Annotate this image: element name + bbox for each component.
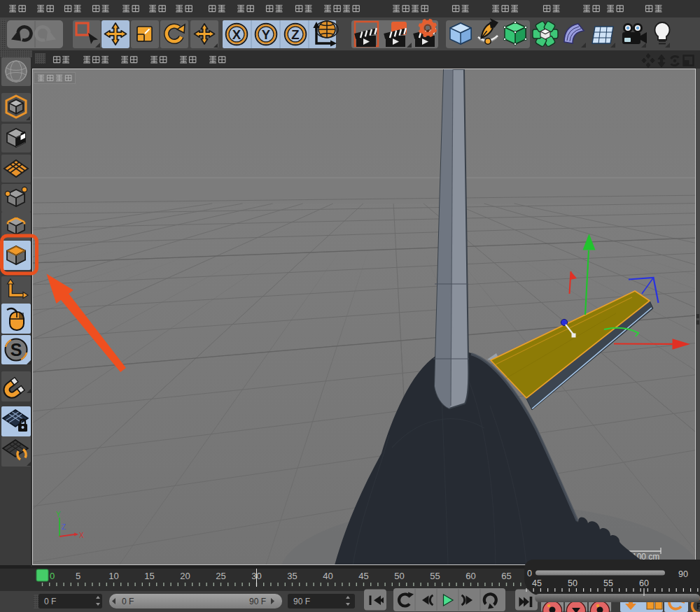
svg-text:Y: Y [56,511,61,518]
svg-text:Y: Y [262,27,271,42]
svg-text:35: 35 [287,571,297,581]
svg-text:60: 60 [465,571,475,581]
svg-text:40: 40 [323,571,332,581]
svg-text:20: 20 [180,571,190,581]
svg-text:F: F [696,601,700,611]
svg-text:90 F: 90 F [293,597,310,606]
svg-text:90 F: 90 F [249,597,266,606]
svg-text:10: 10 [108,571,118,581]
svg-text:25: 25 [216,571,225,581]
svg-text:90: 90 [678,569,688,579]
svg-text:X: X [232,27,241,42]
svg-text:S: S [10,340,22,360]
svg-text:50: 50 [394,571,404,581]
svg-text:65: 65 [501,571,511,581]
svg-text:55: 55 [603,578,613,588]
svg-text:Z: Z [62,523,66,531]
svg-text:0: 0 [527,569,532,578]
svg-text:0 F: 0 F [122,597,134,606]
svg-text:45: 45 [532,578,542,588]
svg-text:0 F: 0 F [44,597,56,606]
svg-text:0: 0 [50,571,55,581]
svg-text:55: 55 [430,571,440,581]
svg-text:X: X [79,532,84,539]
svg-text:5: 5 [76,571,80,581]
svg-text:50: 50 [568,578,578,588]
svg-text:60: 60 [639,578,649,588]
svg-text:15: 15 [144,571,154,581]
svg-text:45: 45 [358,571,368,581]
svg-text:Z: Z [291,27,299,42]
